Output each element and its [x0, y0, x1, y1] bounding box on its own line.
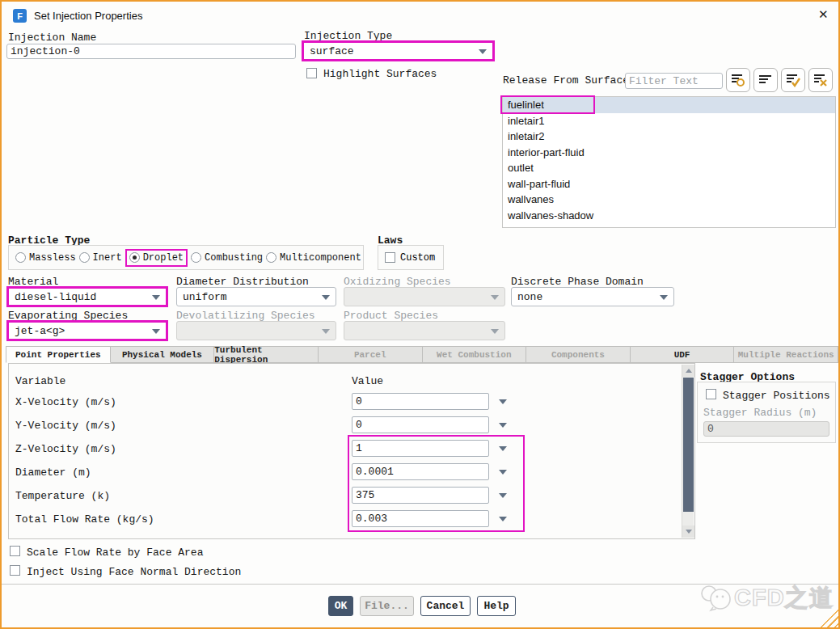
deselect-all-icon [813, 73, 828, 87]
cfd-watermark: CFD之道 [699, 580, 836, 616]
injection-name-input[interactable] [6, 44, 296, 59]
resize-grip[interactable] [817, 606, 838, 627]
discrete-phase-domain-dropdown[interactable]: none [511, 287, 674, 306]
total-flow-rate-dropdown-arrow[interactable] [497, 510, 509, 527]
chevron-down-icon [322, 329, 330, 334]
select-all-button[interactable] [781, 68, 805, 92]
radio-massless[interactable]: Massless [15, 252, 76, 264]
tab-physical-models[interactable]: Physical Models [111, 346, 215, 363]
scroll-up-arrow-icon[interactable] [682, 365, 694, 377]
tab-parcel: Parcel [319, 346, 423, 363]
y-velocity-input[interactable] [352, 416, 489, 433]
tab-udf[interactable]: UDF [631, 346, 735, 363]
footer-divider [2, 584, 840, 585]
z-velocity-input[interactable] [352, 440, 489, 457]
radio-multicomponent[interactable]: Multicomponent [266, 252, 361, 264]
chevron-down-icon [152, 295, 160, 300]
ok-button[interactable]: OK [328, 596, 353, 616]
x-velocity-dropdown-arrow[interactable] [497, 393, 509, 410]
radio-droplet[interactable]: Droplet [125, 249, 188, 267]
select-all-icon [786, 73, 800, 87]
oxidizing-species-label: Oxidizing Species [344, 276, 451, 288]
devolatilizing-species-label: Devolatilizing Species [176, 310, 315, 322]
list-item[interactable]: fuelinlet [503, 97, 835, 113]
radio-combusting[interactable]: Combusting [191, 252, 263, 264]
injection-type-dropdown[interactable]: surface [302, 40, 495, 61]
fluent-app-icon: F [13, 9, 27, 23]
radio-inert[interactable]: Inert [79, 252, 122, 264]
tab-wet-combustion: Wet Combustion [423, 346, 527, 363]
y-velocity-dropdown-arrow[interactable] [497, 416, 509, 433]
x-velocity-label: X-Velocity (m/s) [15, 396, 116, 408]
tab-point-properties[interactable]: Point Properties [6, 346, 111, 363]
radio-massless-label: Massless [29, 252, 76, 264]
x-velocity-input[interactable] [352, 393, 489, 410]
devolatilizing-species-dropdown [176, 321, 336, 340]
list-item[interactable]: wall-part-fluid [503, 176, 835, 192]
scroll-down-arrow-icon[interactable] [682, 526, 694, 538]
z-velocity-dropdown-arrow[interactable] [497, 440, 509, 457]
stagger-positions-label: Stagger Positions [723, 390, 830, 402]
highlight-surfaces-label: Highlight Surfaces [323, 68, 437, 80]
value-column-header: Value [352, 375, 383, 387]
product-species-label: Product Species [344, 310, 438, 322]
discrete-phase-domain-label: Discrete Phase Domain [511, 276, 644, 288]
point-properties-panel: Variable Value X-Velocity (m/s) Y-Veloci… [8, 363, 695, 539]
vertical-scrollbar[interactable] [682, 365, 694, 538]
chevron-down-icon [491, 295, 499, 300]
scrollbar-thumb[interactable] [683, 378, 694, 512]
radio-icon [15, 252, 26, 263]
inject-face-normal-checkbox[interactable] [10, 565, 20, 576]
stagger-positions-checkbox[interactable] [706, 389, 716, 399]
total-flow-rate-input[interactable] [352, 510, 489, 527]
file-button: File... [360, 596, 414, 616]
filter-list-icon [731, 73, 745, 87]
list-item[interactable]: inletair2 [503, 129, 835, 145]
list-order-icon [758, 73, 773, 87]
temperature-label: Temperature (k) [15, 490, 110, 502]
tab-components: Components [526, 346, 631, 363]
list-item[interactable]: wallvanes [503, 192, 835, 208]
chevron-down-icon [491, 329, 499, 334]
radio-icon [266, 252, 276, 263]
particle-type-group: Massless Inert Droplet Combusting Multic… [8, 245, 364, 270]
custom-laws-checkbox[interactable] [385, 252, 395, 263]
diameter-input[interactable] [352, 463, 489, 480]
stagger-radius-label: Stagger Radius (m) [703, 407, 817, 419]
list-item[interactable]: interior-part-fluid [503, 145, 835, 161]
list-order-button[interactable] [753, 68, 778, 92]
radio-combusting-label: Combusting [205, 252, 263, 264]
help-button[interactable]: Help [477, 596, 516, 616]
chevron-down-icon [322, 295, 330, 300]
temperature-dropdown-arrow[interactable] [497, 487, 509, 504]
diameter-dropdown-arrow[interactable] [497, 463, 509, 480]
radio-multicomponent-label: Multicomponent [280, 252, 361, 264]
injection-name-label: Injection Name [8, 32, 96, 44]
scale-flow-rate-label: Scale Flow Rate by Face Area [27, 547, 203, 559]
deselect-all-button[interactable] [808, 68, 833, 92]
total-flow-rate-label: Total Flow Rate (kg/s) [15, 513, 154, 526]
variable-column-header: Variable [15, 375, 65, 387]
temperature-input[interactable] [352, 487, 489, 504]
radio-icon [191, 252, 201, 263]
tab-multiple-reactions: Multiple Reactions [734, 346, 838, 363]
properties-tab-bar: Point Properties Physical Models Turbule… [6, 346, 838, 363]
list-item[interactable]: outlet [503, 160, 835, 176]
scale-flow-rate-checkbox[interactable] [10, 546, 20, 556]
cancel-button[interactable]: Cancel [420, 596, 471, 616]
diameter-distribution-label: Diameter Distribution [176, 276, 309, 288]
highlight-surfaces-checkbox[interactable] [306, 68, 317, 78]
surface-filter-input[interactable] [625, 73, 723, 89]
radio-inert-label: Inert [93, 252, 122, 264]
tab-turbulent-dispersion[interactable]: Turbulent Dispersion [214, 346, 319, 363]
z-velocity-label: Z-Velocity (m/s) [15, 443, 116, 455]
diameter-distribution-dropdown[interactable]: uniform [176, 287, 336, 306]
laws-group: Custom [378, 245, 444, 270]
close-icon[interactable]: ✕ [818, 7, 829, 22]
list-item[interactable]: inletair1 [503, 113, 835, 129]
evaporating-species-dropdown[interactable]: jet-a<g> [6, 320, 168, 341]
y-velocity-label: Y-Velocity (m/s) [15, 420, 116, 432]
material-dropdown[interactable]: diesel-liquid [6, 286, 168, 307]
list-item[interactable]: wallvanes-shadow [503, 208, 835, 224]
filter-list-button[interactable] [726, 68, 750, 92]
